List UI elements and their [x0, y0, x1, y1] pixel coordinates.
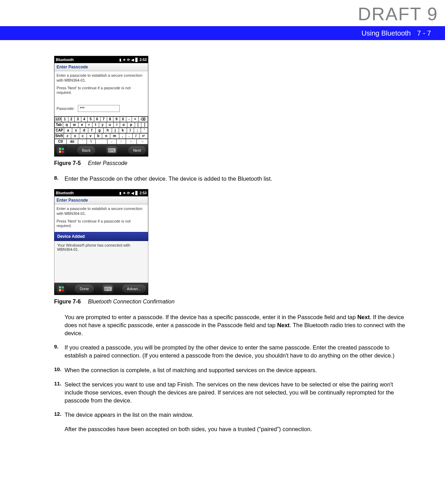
step-number: 11. [54, 381, 65, 405]
passcode-input[interactable] [78, 105, 120, 112]
keyboard-key[interactable]: 4 [81, 116, 88, 122]
keyboard-key[interactable]: ↵ [140, 133, 148, 139]
keyboard-key[interactable]: w [71, 122, 79, 128]
keyboard-key[interactable]: 9 [113, 116, 120, 122]
keyboard-key[interactable]: . [126, 133, 133, 139]
step-8: 8. Enter the Passcode on the other devic… [54, 175, 410, 183]
keyboard-key[interactable]: ' [141, 128, 148, 133]
keyboard-key[interactable]: Shift [54, 133, 64, 139]
keyboard-key[interactable]: [ [135, 122, 142, 128]
svg-rect-0 [59, 148, 61, 150]
signal-icon: ▮ [119, 191, 121, 195]
kb-row-3: CAPasdfghjkl;' [54, 128, 148, 133]
keyboard-key[interactable]: p [127, 122, 135, 128]
keyboard-key[interactable]: k [119, 128, 127, 133]
back-button[interactable]: Back [77, 146, 95, 155]
bold-next-2: Next [277, 322, 290, 328]
keyboard-key[interactable]: áü [67, 139, 78, 144]
next-button[interactable]: Next [128, 146, 146, 155]
keyboard-key[interactable]: o [120, 122, 127, 128]
step-text: If you created a passcode, you will be p… [65, 344, 410, 360]
header-section: Using Bluetooth [362, 29, 411, 37]
keyboard-key[interactable]: \ [87, 139, 95, 144]
keyboard-key[interactable]: 3 [75, 116, 81, 122]
phone-bottombar: Done ⌨ Advan... [54, 283, 148, 295]
keyboard-key[interactable]: q [63, 122, 71, 128]
keyboard-key[interactable]: 123 [54, 116, 62, 122]
keyboard-key[interactable]: d [80, 128, 88, 133]
keyboard-key[interactable]: ↑ [117, 139, 126, 144]
keyboard-key[interactable]: Ctl [54, 139, 67, 144]
keyboard-key[interactable]: , [119, 133, 126, 139]
keyboard-key[interactable]: 2 [68, 116, 75, 122]
keyboard-key[interactable]: g [96, 128, 104, 133]
keyboard-key[interactable]: ; [134, 128, 141, 133]
step-text: Enter the Passcode on the other device. … [65, 175, 272, 183]
keyboard-key[interactable]: x [71, 133, 79, 139]
keyboard-key[interactable] [96, 139, 107, 144]
keyboard-toggle-button[interactable]: ⌨ [106, 146, 117, 155]
keyboard-key[interactable]: c [79, 133, 87, 139]
keyboard-key[interactable]: ⌫ [139, 116, 148, 122]
step-number: 8. [54, 175, 65, 183]
keyboard-key[interactable]: t [92, 122, 99, 128]
text-fragment: You are prompted to enter a passcode. If… [65, 314, 357, 320]
figure-7-5-screenshot: Bluetooth ▮ ✶ ⟳ ◀ ▊ 2:53 Enter Passcode … [54, 56, 148, 157]
start-button[interactable] [57, 146, 66, 155]
keyboard-key[interactable]: s [72, 128, 80, 133]
keyboard-key[interactable]: l [127, 128, 134, 133]
instruction-line-1: Enter a passcode to establish a secure c… [57, 73, 146, 83]
step-9: 9. If you created a passcode, you will b… [54, 344, 410, 360]
keyboard-key[interactable]: m [110, 133, 119, 139]
keyboard-key[interactable]: e [79, 122, 86, 128]
network-icon: ✶ [123, 191, 126, 195]
phone-statusbar: Bluetooth ▮ ✶ ⟳ ◀ ▊ 2:53 [54, 56, 148, 63]
keyboard-key[interactable]: 0 [120, 116, 127, 122]
keyboard-key[interactable]: n [102, 133, 110, 139]
keyboard-key[interactable]: f [88, 128, 96, 133]
keyboard-key[interactable]: CAP [54, 128, 64, 133]
kb-row-1: 1231234567890-=⌫ [54, 116, 148, 122]
keyboard-key[interactable]: 7 [101, 116, 107, 122]
kb-row-4: Shiftzxcvbnm,./↵ [54, 133, 148, 139]
statusbar-icons: ▮ ✶ ⟳ ◀ ▊ 2:53 [119, 191, 147, 195]
keyboard-key[interactable]: - [126, 116, 132, 122]
keyboard-toggle-button[interactable]: ⌨ [102, 285, 113, 293]
svg-rect-4 [59, 286, 61, 288]
battery-icon: ▊ [135, 58, 138, 62]
keyboard-key[interactable]: h [104, 128, 112, 133]
keyboard-key[interactable]: r [86, 122, 92, 128]
keyboard-key[interactable]: v [87, 133, 95, 139]
keyboard-key[interactable]: = [132, 116, 139, 122]
keyboard-key[interactable]: i [114, 122, 120, 128]
keyboard-key[interactable]: Tab [54, 122, 63, 128]
keyboard-key[interactable]: 8 [107, 116, 114, 122]
keyboard-key[interactable]: y [99, 122, 106, 128]
keyboard-key[interactable]: z [64, 133, 72, 139]
keyboard-key[interactable]: ↓ [107, 139, 117, 144]
advanced-button[interactable]: Advan... [122, 285, 146, 293]
keyboard-key[interactable]: j [112, 128, 119, 133]
kb-row-5: Ctláü`\ ↓↑←→ [54, 139, 148, 144]
keyboard-key[interactable]: ] [141, 122, 148, 128]
keyboard-key[interactable]: u [106, 122, 114, 128]
step-10: 10. When the connection is complete, a l… [54, 366, 410, 374]
volume-icon: ◀ [131, 58, 134, 62]
keyboard-key[interactable]: → [137, 139, 148, 144]
keyboard-key[interactable]: 6 [94, 116, 101, 122]
volume-icon: ◀ [131, 191, 134, 195]
keyboard-key[interactable]: b [95, 133, 103, 139]
done-button[interactable]: Done [75, 285, 94, 293]
figure-7-5-caption: Figure 7-5 Enter Passcode [54, 160, 410, 166]
keyboard-key[interactable]: ← [126, 139, 137, 144]
keyboard-icon: ⌨ [108, 147, 116, 154]
keyboard-key[interactable]: a [64, 128, 72, 133]
on-screen-keyboard[interactable]: 1231234567890-=⌫ Tabqwertyuiop[] CAPasdf… [54, 116, 148, 144]
keyboard-key[interactable]: 5 [88, 116, 94, 122]
start-button[interactable] [57, 284, 66, 293]
keyboard-key[interactable]: / [133, 133, 139, 139]
phone-statusbar: Bluetooth ▮ ✶ ⟳ ◀ ▊ 2:53 [54, 189, 148, 196]
network-icon: ✶ [123, 58, 126, 62]
keyboard-key[interactable]: ` [78, 139, 87, 144]
keyboard-key[interactable]: 1 [62, 116, 68, 122]
